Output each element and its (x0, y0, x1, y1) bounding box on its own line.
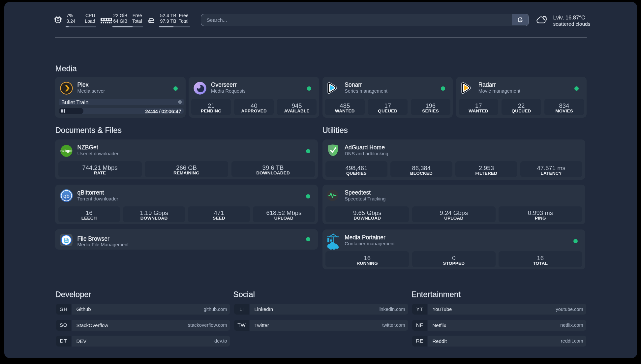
svg-text:nzbget: nzbget (60, 149, 72, 153)
svg-text:qb: qb (63, 193, 70, 199)
